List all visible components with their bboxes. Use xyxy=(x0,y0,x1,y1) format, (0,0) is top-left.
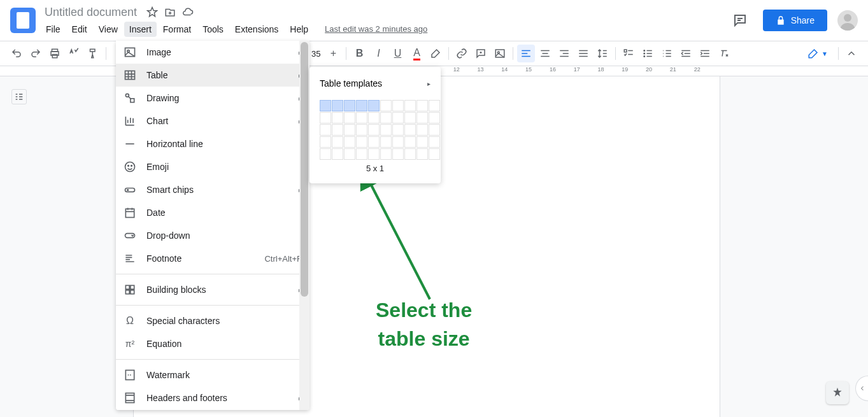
insert-drawing[interactable]: Drawing▸ xyxy=(116,87,309,110)
underline-button[interactable]: U xyxy=(388,45,406,62)
grid-cell[interactable] xyxy=(356,112,367,124)
paint-format-button[interactable] xyxy=(84,45,102,62)
document-title[interactable]: Untitled document xyxy=(41,4,141,20)
insert-chart[interactable]: Chart▸ xyxy=(116,110,309,132)
grid-cell[interactable] xyxy=(344,112,355,124)
insert-building-blocks[interactable]: Building blocks▸ xyxy=(116,278,309,301)
checklist-button[interactable] xyxy=(620,45,637,62)
insert-watermark[interactable]: Watermark xyxy=(116,364,309,386)
menu-tools[interactable]: Tools xyxy=(197,22,229,37)
image-insert-button[interactable] xyxy=(491,45,509,62)
bold-button[interactable]: B xyxy=(350,45,368,62)
redo-button[interactable] xyxy=(27,45,45,62)
star-icon[interactable] xyxy=(146,6,159,18)
insert-emoji[interactable]: Emoji xyxy=(116,155,309,178)
grid-cell[interactable] xyxy=(320,148,331,160)
highlight-button[interactable] xyxy=(427,45,445,62)
grid-cell[interactable] xyxy=(332,100,343,111)
collapse-toolbar-button[interactable] xyxy=(843,45,860,62)
grid-cell[interactable] xyxy=(392,136,404,148)
grid-cell[interactable] xyxy=(344,124,355,136)
insert-smart-chips[interactable]: Smart chips▸ xyxy=(116,178,309,201)
grid-cell[interactable] xyxy=(429,148,440,160)
grid-cell[interactable] xyxy=(380,124,392,136)
zoom-plus-button[interactable]: + xyxy=(324,45,342,62)
insert-image[interactable]: Image▸ xyxy=(116,41,309,64)
table-size-picker[interactable]: 5 x 1 xyxy=(309,95,441,178)
comment-add-button[interactable] xyxy=(472,45,490,62)
grid-cell[interactable] xyxy=(416,136,428,148)
grid-cell[interactable] xyxy=(368,148,380,160)
grid-cell[interactable] xyxy=(332,148,343,160)
insert-date[interactable]: Date xyxy=(116,201,309,224)
undo-button[interactable] xyxy=(8,45,25,62)
insert-special-characters[interactable]: ΩSpecial characters xyxy=(116,309,309,332)
insert-footnote[interactable]: FootnoteCtrl+Alt+F xyxy=(116,247,309,270)
menu-insert[interactable]: Insert xyxy=(124,22,157,37)
grid-cell[interactable] xyxy=(368,100,380,111)
align-justify-button[interactable] xyxy=(574,45,592,62)
move-icon[interactable] xyxy=(164,6,176,18)
grid-cell[interactable] xyxy=(404,112,416,124)
menu-view[interactable]: View xyxy=(94,22,123,37)
grid-cell[interactable] xyxy=(392,124,404,136)
grid-cell[interactable] xyxy=(368,124,380,136)
grid-cell[interactable] xyxy=(416,100,428,111)
menu-file[interactable]: File xyxy=(41,22,66,37)
insert-equation[interactable]: π²Equation xyxy=(116,332,309,355)
italic-button[interactable]: I xyxy=(369,45,387,62)
indent-increase-button[interactable] xyxy=(696,45,714,62)
grid-cell[interactable] xyxy=(356,136,367,148)
grid-cell[interactable] xyxy=(404,148,416,160)
grid-cell[interactable] xyxy=(392,148,404,160)
grid-cell[interactable] xyxy=(392,100,404,111)
insert-drop-down[interactable]: Drop-down xyxy=(116,224,309,247)
grid-cell[interactable] xyxy=(332,124,343,136)
grid-cell[interactable] xyxy=(320,136,331,148)
grid-cell[interactable] xyxy=(332,136,343,148)
grid-cell[interactable] xyxy=(380,136,392,148)
user-avatar[interactable] xyxy=(837,10,858,31)
table-templates-item[interactable]: Table templates ▸ xyxy=(309,72,441,95)
grid-cell[interactable] xyxy=(380,112,392,124)
grid-cell[interactable] xyxy=(332,112,343,124)
outline-toggle-icon[interactable] xyxy=(11,89,27,104)
grid-cell[interactable] xyxy=(404,136,416,148)
grid-cell[interactable] xyxy=(416,124,428,136)
grid-cell[interactable] xyxy=(404,124,416,136)
grid-cell[interactable] xyxy=(392,112,404,124)
grid-cell[interactable] xyxy=(320,124,331,136)
last-edit-link[interactable]: Last edit was 2 minutes ago xyxy=(325,24,427,34)
spellcheck-button[interactable] xyxy=(65,45,83,62)
align-center-button[interactable] xyxy=(536,45,554,62)
grid-cell[interactable] xyxy=(404,100,416,111)
grid-cell[interactable] xyxy=(356,148,367,160)
grid-cell[interactable] xyxy=(429,100,440,111)
insert-horizontal-line[interactable]: Horizontal line xyxy=(116,132,309,155)
grid-cell[interactable] xyxy=(368,112,380,124)
grid-cell[interactable] xyxy=(356,124,367,136)
grid-cell[interactable] xyxy=(429,112,440,124)
grid-cell[interactable] xyxy=(368,136,380,148)
insert-headers-and-footers[interactable]: Headers and footers▸ xyxy=(116,386,309,409)
editing-mode-button[interactable]: ▼ xyxy=(801,44,834,63)
grid-cell[interactable] xyxy=(344,100,355,111)
print-button[interactable] xyxy=(46,45,64,62)
grid-cell[interactable] xyxy=(356,100,367,111)
line-spacing-button[interactable] xyxy=(594,45,611,62)
align-right-button[interactable] xyxy=(555,45,573,62)
grid-cell[interactable] xyxy=(416,148,428,160)
cloud-status-icon[interactable] xyxy=(181,6,194,18)
grid-cell[interactable] xyxy=(380,100,392,111)
grid-cell[interactable] xyxy=(380,148,392,160)
explore-button[interactable] xyxy=(826,381,849,404)
numbered-list-button[interactable] xyxy=(658,45,676,62)
menu-extensions[interactable]: Extensions xyxy=(230,22,283,37)
insert-page-numbers[interactable]: #Page numbers▸ xyxy=(116,409,309,410)
docs-logo-icon[interactable] xyxy=(10,8,36,33)
bullet-list-button[interactable] xyxy=(639,45,657,62)
grid-cell[interactable] xyxy=(320,112,331,124)
link-button[interactable] xyxy=(453,45,471,62)
menu-help[interactable]: Help xyxy=(285,22,313,37)
grid-cell[interactable] xyxy=(320,100,331,111)
